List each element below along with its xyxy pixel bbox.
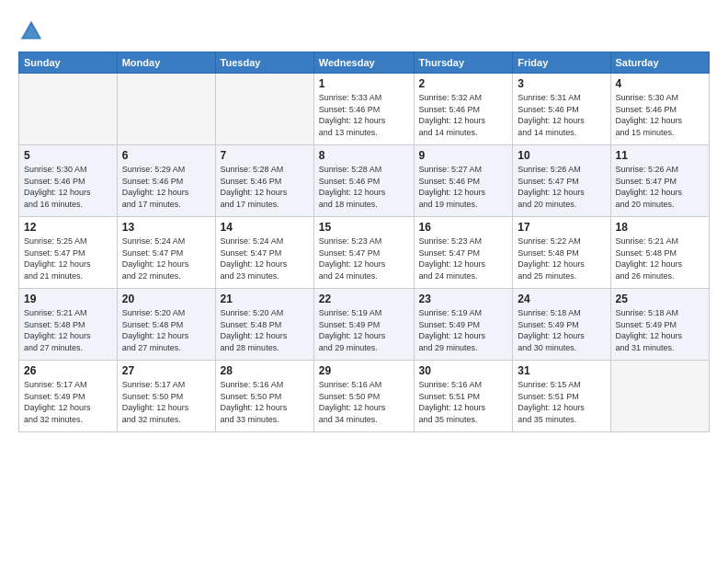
day-number: 30 — [419, 364, 508, 377]
day-info: Sunrise: 5:33 AM Sunset: 5:46 PM Dayligh… — [319, 92, 409, 138]
calendar-cell-5-1: 26Sunrise: 5:17 AM Sunset: 5:49 PM Dayli… — [19, 361, 118, 432]
calendar-cell-3-4: 15Sunrise: 5:23 AM Sunset: 5:47 PM Dayli… — [313, 217, 414, 289]
week-row-1: 1Sunrise: 5:33 AM Sunset: 5:46 PM Daylig… — [19, 74, 710, 145]
day-number: 31 — [518, 364, 605, 377]
day-info: Sunrise: 5:22 AM Sunset: 5:48 PM Dayligh… — [518, 236, 605, 282]
day-number: 4 — [616, 77, 705, 90]
day-info: Sunrise: 5:24 AM Sunset: 5:47 PM Dayligh… — [122, 236, 210, 282]
day-info: Sunrise: 5:21 AM Sunset: 5:48 PM Dayligh… — [24, 307, 112, 353]
day-number: 20 — [122, 293, 210, 305]
day-info: Sunrise: 5:26 AM Sunset: 5:47 PM Dayligh… — [616, 164, 705, 210]
calendar-cell-4-3: 21Sunrise: 5:20 AM Sunset: 5:48 PM Dayli… — [215, 289, 313, 361]
calendar-cell-3-1: 12Sunrise: 5:25 AM Sunset: 5:47 PM Dayli… — [19, 217, 118, 289]
day-number: 2 — [419, 77, 508, 90]
calendar-cell-4-2: 20Sunrise: 5:20 AM Sunset: 5:48 PM Dayli… — [117, 289, 215, 361]
calendar-cell-2-3: 7Sunrise: 5:28 AM Sunset: 5:46 PM Daylig… — [215, 145, 313, 217]
day-info: Sunrise: 5:15 AM Sunset: 5:51 PM Dayligh… — [518, 379, 605, 425]
day-info: Sunrise: 5:32 AM Sunset: 5:46 PM Dayligh… — [419, 92, 508, 138]
calendar-cell-3-7: 18Sunrise: 5:21 AM Sunset: 5:48 PM Dayli… — [610, 217, 710, 289]
calendar-cell-4-7: 25Sunrise: 5:18 AM Sunset: 5:49 PM Dayli… — [610, 289, 710, 361]
day-number: 28 — [221, 364, 309, 377]
day-number: 16 — [419, 221, 508, 234]
day-number: 10 — [518, 149, 605, 162]
weekday-header-sunday: Sunday — [19, 52, 118, 74]
weekday-header-monday: Monday — [117, 52, 215, 74]
day-info: Sunrise: 5:24 AM Sunset: 5:47 PM Dayligh… — [221, 236, 309, 282]
week-row-3: 12Sunrise: 5:25 AM Sunset: 5:47 PM Dayli… — [19, 217, 710, 289]
day-info: Sunrise: 5:25 AM Sunset: 5:47 PM Dayligh… — [24, 236, 112, 282]
calendar-cell-2-4: 8Sunrise: 5:28 AM Sunset: 5:46 PM Daylig… — [313, 145, 414, 217]
day-info: Sunrise: 5:31 AM Sunset: 5:46 PM Dayligh… — [518, 92, 605, 138]
day-info: Sunrise: 5:16 AM Sunset: 5:50 PM Dayligh… — [319, 379, 409, 425]
day-number: 7 — [221, 149, 309, 162]
weekday-header-saturday: Saturday — [610, 52, 710, 74]
day-number: 17 — [518, 221, 605, 234]
calendar: SundayMondayTuesdayWednesdayThursdayFrid… — [18, 52, 710, 432]
calendar-cell-5-4: 29Sunrise: 5:16 AM Sunset: 5:50 PM Dayli… — [313, 361, 414, 432]
day-info: Sunrise: 5:18 AM Sunset: 5:49 PM Dayligh… — [616, 307, 705, 353]
calendar-cell-4-5: 23Sunrise: 5:19 AM Sunset: 5:49 PM Dayli… — [414, 289, 513, 361]
calendar-cell-2-2: 6Sunrise: 5:29 AM Sunset: 5:46 PM Daylig… — [117, 145, 215, 217]
calendar-cell-5-3: 28Sunrise: 5:16 AM Sunset: 5:50 PM Dayli… — [215, 361, 313, 432]
header — [18, 15, 710, 44]
day-number: 29 — [319, 364, 409, 377]
calendar-cell-4-1: 19Sunrise: 5:21 AM Sunset: 5:48 PM Dayli… — [19, 289, 118, 361]
day-info: Sunrise: 5:27 AM Sunset: 5:46 PM Dayligh… — [419, 164, 508, 210]
day-info: Sunrise: 5:21 AM Sunset: 5:48 PM Dayligh… — [616, 236, 705, 282]
day-number: 8 — [319, 149, 409, 162]
weekday-header-row: SundayMondayTuesdayWednesdayThursdayFrid… — [19, 52, 710, 74]
calendar-cell-4-4: 22Sunrise: 5:19 AM Sunset: 5:49 PM Dayli… — [313, 289, 414, 361]
day-info: Sunrise: 5:28 AM Sunset: 5:46 PM Dayligh… — [319, 164, 409, 210]
day-number: 18 — [616, 221, 705, 234]
weekday-header-friday: Friday — [513, 52, 610, 74]
week-row-4: 19Sunrise: 5:21 AM Sunset: 5:48 PM Dayli… — [19, 289, 710, 361]
day-number: 9 — [419, 149, 508, 162]
day-info: Sunrise: 5:17 AM Sunset: 5:50 PM Dayligh… — [122, 379, 210, 425]
day-number: 11 — [616, 149, 705, 162]
day-info: Sunrise: 5:16 AM Sunset: 5:50 PM Dayligh… — [221, 379, 309, 425]
calendar-cell-4-6: 24Sunrise: 5:18 AM Sunset: 5:49 PM Dayli… — [513, 289, 610, 361]
page: SundayMondayTuesdayWednesdayThursdayFrid… — [0, 0, 728, 563]
day-info: Sunrise: 5:19 AM Sunset: 5:49 PM Dayligh… — [319, 307, 409, 353]
weekday-header-wednesday: Wednesday — [313, 52, 414, 74]
calendar-cell-1-7: 4Sunrise: 5:30 AM Sunset: 5:46 PM Daylig… — [610, 74, 710, 145]
day-number: 12 — [24, 221, 112, 234]
calendar-cell-1-3 — [215, 74, 313, 145]
day-number: 15 — [319, 221, 409, 234]
weekday-header-thursday: Thursday — [414, 52, 513, 74]
week-row-2: 5Sunrise: 5:30 AM Sunset: 5:46 PM Daylig… — [19, 145, 710, 217]
day-number: 1 — [319, 77, 409, 90]
calendar-cell-1-5: 2Sunrise: 5:32 AM Sunset: 5:46 PM Daylig… — [414, 74, 513, 145]
day-number: 24 — [518, 293, 605, 305]
day-info: Sunrise: 5:19 AM Sunset: 5:49 PM Dayligh… — [419, 307, 508, 353]
calendar-cell-1-6: 3Sunrise: 5:31 AM Sunset: 5:46 PM Daylig… — [513, 74, 610, 145]
day-info: Sunrise: 5:18 AM Sunset: 5:49 PM Dayligh… — [518, 307, 605, 353]
day-info: Sunrise: 5:23 AM Sunset: 5:47 PM Dayligh… — [319, 236, 409, 282]
calendar-cell-1-4: 1Sunrise: 5:33 AM Sunset: 5:46 PM Daylig… — [313, 74, 414, 145]
calendar-cell-3-6: 17Sunrise: 5:22 AM Sunset: 5:48 PM Dayli… — [513, 217, 610, 289]
day-number: 6 — [122, 149, 210, 162]
day-number: 22 — [319, 293, 409, 305]
day-number: 23 — [419, 293, 508, 305]
calendar-cell-2-5: 9Sunrise: 5:27 AM Sunset: 5:46 PM Daylig… — [414, 145, 513, 217]
day-number: 14 — [221, 221, 309, 234]
day-number: 27 — [122, 364, 210, 377]
calendar-cell-5-6: 31Sunrise: 5:15 AM Sunset: 5:51 PM Dayli… — [513, 361, 610, 432]
day-info: Sunrise: 5:28 AM Sunset: 5:46 PM Dayligh… — [221, 164, 309, 210]
calendar-cell-2-7: 11Sunrise: 5:26 AM Sunset: 5:47 PM Dayli… — [610, 145, 710, 217]
day-number: 25 — [616, 293, 705, 305]
day-number: 26 — [24, 364, 112, 377]
calendar-cell-1-1 — [19, 74, 118, 145]
day-number: 3 — [518, 77, 605, 90]
logo-icon — [18, 18, 44, 44]
day-number: 21 — [221, 293, 309, 305]
calendar-cell-5-2: 27Sunrise: 5:17 AM Sunset: 5:50 PM Dayli… — [117, 361, 215, 432]
calendar-cell-5-7 — [610, 361, 710, 432]
day-info: Sunrise: 5:30 AM Sunset: 5:46 PM Dayligh… — [24, 164, 112, 210]
calendar-cell-1-2 — [117, 74, 215, 145]
calendar-cell-2-1: 5Sunrise: 5:30 AM Sunset: 5:46 PM Daylig… — [19, 145, 118, 217]
calendar-cell-3-5: 16Sunrise: 5:23 AM Sunset: 5:47 PM Dayli… — [414, 217, 513, 289]
calendar-cell-5-5: 30Sunrise: 5:16 AM Sunset: 5:51 PM Dayli… — [414, 361, 513, 432]
day-number: 5 — [24, 149, 112, 162]
day-number: 19 — [24, 293, 112, 305]
